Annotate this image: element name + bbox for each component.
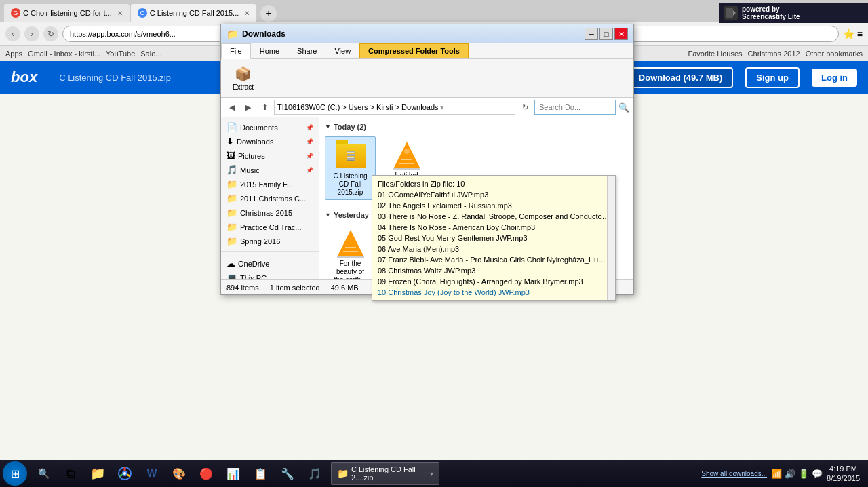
- onedrive-icon: ☁: [226, 258, 235, 269]
- bookmark-sale[interactable]: Sale...: [140, 50, 161, 58]
- taskbar-icon10[interactable]: 🎵: [302, 461, 327, 486]
- tab-close-1[interactable]: ✕: [117, 9, 123, 17]
- bookmark-other[interactable]: Other bookmarks: [806, 50, 863, 58]
- tray-icon-battery[interactable]: 🔋: [798, 469, 809, 479]
- today-label: Today (2): [334, 123, 366, 131]
- sidebar-label-documents: Documents: [240, 123, 278, 132]
- sidebar-item-pictures[interactable]: 🖼 Pictures 📌: [221, 149, 319, 163]
- svg-marker-2: [393, 142, 420, 169]
- file-item-beauty[interactable]: For the beauty of the earth...: [325, 225, 376, 279]
- new-tab-button[interactable]: +: [260, 5, 277, 22]
- taskbar-search-icon[interactable]: 🔍: [31, 461, 56, 486]
- signup-button[interactable]: Sign up: [745, 67, 800, 88]
- sidebar-item-practicecd[interactable]: 📁 Practice Cd Trac...: [221, 220, 319, 234]
- show-downloads-link[interactable]: Show all downloads...: [701, 470, 767, 478]
- pin-icon-documents: 📌: [306, 124, 313, 131]
- bookmark-apps[interactable]: Apps: [5, 50, 22, 58]
- task-zip-close[interactable]: ▾: [430, 470, 433, 478]
- extract-label: Extract: [233, 83, 254, 91]
- browser-tab-1[interactable]: G C Choir listening CD for t... ✕: [4, 4, 130, 22]
- svg-line-16: [120, 475, 123, 477]
- pin-icon-music: 📌: [306, 167, 313, 174]
- ribbon-tab-file[interactable]: File: [221, 43, 251, 59]
- close-button[interactable]: ✕: [614, 28, 628, 40]
- maximize-button[interactable]: □: [599, 28, 613, 40]
- taskbar-chrome-icon[interactable]: [113, 461, 137, 486]
- beauty-file-name: For the beauty of the earth...: [334, 260, 367, 279]
- zip-stripe-1: [347, 151, 355, 153]
- download-button[interactable]: Download (49.7 MB): [628, 67, 734, 88]
- forward-button[interactable]: ›: [24, 26, 39, 41]
- zip-icon: [334, 140, 367, 172]
- explorer-title-area: 📁 Downloads: [226, 28, 285, 39]
- taskbar-word-icon[interactable]: W: [140, 461, 164, 486]
- explorer-back-btn[interactable]: ◀: [225, 100, 239, 114]
- explorer-address-breadcrumb[interactable]: TI106163W0C (C:) > Users > Kirsti > Down…: [274, 100, 515, 115]
- sidebar-item-documents[interactable]: 📄 Documents 📌: [221, 120, 319, 134]
- explorer-refresh-btn[interactable]: ↻: [518, 100, 532, 114]
- today-section-header[interactable]: ▼ Today (2): [319, 120, 633, 134]
- explorer-up-btn[interactable]: ⬆: [258, 100, 271, 114]
- sidebar-item-downloads[interactable]: ⬇ Downloads 📌: [221, 134, 319, 149]
- tooltip-scrollbar[interactable]: [607, 176, 615, 300]
- tray-icon-volume[interactable]: 🔊: [785, 469, 795, 479]
- ribbon-tab-share[interactable]: Share: [288, 43, 326, 58]
- tab-icon-2: C: [138, 8, 147, 18]
- explorer-search-input[interactable]: [534, 100, 616, 115]
- taskbar-right: Show all downloads... 📶 🔊 🔋 💬 4:19 PM 8/…: [696, 464, 865, 484]
- taskbar-task-zip[interactable]: 📁 C Listening CD Fall 2....zip ▾: [331, 462, 439, 485]
- bookmark-houses[interactable]: Favorite Houses: [688, 50, 742, 58]
- svg-marker-7: [337, 230, 364, 257]
- bookmark-christmas2012[interactable]: Christmas 2012: [748, 50, 800, 58]
- taskbar-icon7[interactable]: 📊: [221, 461, 245, 486]
- ribbon-tab-view[interactable]: View: [326, 43, 359, 58]
- back-button[interactable]: ‹: [5, 26, 20, 41]
- ribbon-tab-compressed[interactable]: Compressed Folder Tools: [359, 43, 469, 58]
- tooltip-item-6: 06 Ave Maria (Men).mp3: [372, 244, 615, 254]
- sidebar-item-onedrive[interactable]: ☁ OneDrive: [221, 256, 319, 271]
- taskbar-icon5[interactable]: 🎨: [167, 461, 191, 486]
- sidebar-item-2011christmas[interactable]: 📁 2011 Christmas C...: [221, 191, 319, 206]
- svg-point-6: [404, 149, 410, 154]
- tray-icon-action-center[interactable]: 💬: [812, 469, 823, 479]
- bookmark-gmail[interactable]: Gmail - Inbox - kirsti...: [28, 50, 100, 58]
- sidebar-label-practicecd: Practice Cd Trac...: [240, 223, 301, 231]
- sidebar-item-spring2016[interactable]: 📁 Spring 2016: [221, 234, 319, 248]
- taskbar-icon8[interactable]: 📋: [248, 461, 273, 486]
- sidebar-item-music[interactable]: 🎵 Music 📌: [221, 163, 319, 177]
- login-button[interactable]: Log in: [812, 69, 857, 87]
- system-clock[interactable]: 4:19 PM 8/19/2015: [827, 464, 860, 484]
- yesterday-chevron: ▼: [325, 212, 331, 218]
- screencastify-text: powered by Screencastify Lite: [742, 5, 800, 20]
- explorer-forward-btn[interactable]: ▶: [241, 100, 255, 114]
- sidebar-item-2015family[interactable]: 📁 2015 Family F...: [221, 177, 319, 191]
- refresh-button[interactable]: ↻: [43, 26, 58, 41]
- status-size: 49.6 MB: [331, 284, 359, 292]
- start-button[interactable]: ⊞: [3, 461, 27, 486]
- taskbar-icon9[interactable]: 🔧: [275, 461, 300, 486]
- taskbar-icon6[interactable]: 🔴: [194, 461, 218, 486]
- yesterday-label: Yesterday: [334, 211, 369, 219]
- tab-close-2[interactable]: ✕: [244, 9, 250, 17]
- taskbar-task-view-icon[interactable]: ⧉: [58, 461, 83, 486]
- taskbar-explorer-icon[interactable]: 📁: [85, 461, 110, 486]
- sidebar-label-music: Music: [240, 166, 260, 174]
- minimize-button[interactable]: ─: [585, 28, 598, 40]
- taskbar-tasks: 📁 C Listening CD Fall 2....zip ▾: [331, 462, 694, 485]
- tray-icon-network[interactable]: 📶: [771, 469, 782, 479]
- sidebar-item-christmas2015[interactable]: 📁 Christmas 2015: [221, 206, 319, 220]
- folder-icon-spring2016: 📁: [226, 236, 237, 246]
- bookmark-youtube[interactable]: YouTube: [106, 50, 135, 58]
- breadcrumb-text: TI106163W0C (C:) > Users > Kirsti > Down…: [277, 103, 439, 111]
- sys-tray-icons: 📶 🔊 🔋 💬: [771, 469, 823, 479]
- ribbon-content: 📦 Extract: [221, 59, 633, 97]
- browser-tab-2[interactable]: C C Listening CD Fall 2015... ✕: [131, 4, 256, 22]
- ribbon-extract-btn[interactable]: 📦 Extract: [226, 62, 260, 94]
- screencastify-badge: powered by Screencastify Lite: [719, 3, 868, 23]
- file-item-zip[interactable]: C Listening CD Fall 2015.zip: [325, 136, 376, 200]
- taskbar: ⊞ 🔍 ⧉ 📁 W 🎨 🔴 📊 📋 🔧 🎵 📁 C Listening CD F…: [0, 460, 868, 487]
- sidebar-item-thispc[interactable]: 💻 This PC: [221, 271, 319, 279]
- sc-brand: Screencastify Lite: [742, 13, 800, 20]
- zip-stripe-4: [347, 159, 355, 161]
- ribbon-tab-home[interactable]: Home: [251, 43, 288, 58]
